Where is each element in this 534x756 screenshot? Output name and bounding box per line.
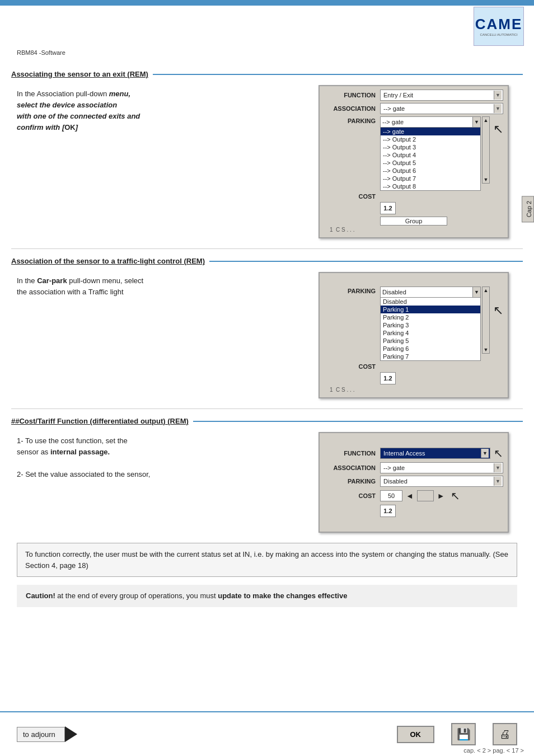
dialog3-parking-select[interactable]: Disabled ▼ [380, 476, 503, 487]
dropdown-arrow-icon5: ▼ [494, 463, 502, 472]
list-item[interactable]: --> Output 6 [381, 167, 480, 175]
section2-ui: PARKING Disabled ▼ Disabled Parking 1 [310, 272, 517, 398]
adjourn-label: to adjourn [23, 730, 55, 739]
section2-dialog: PARKING Disabled ▼ Disabled Parking 1 [318, 272, 509, 398]
cap-tab: Cap 2 [522, 196, 534, 222]
adjourn-arrow-icon [65, 726, 77, 742]
scroll-up-icon2[interactable]: ▲ [484, 288, 489, 293]
cursor-arrow-icon4: ↖ [451, 489, 460, 503]
scrollbar2[interactable]: ▲ ▼ [482, 287, 490, 354]
dialog3-bottom [324, 519, 503, 527]
dialog2-id-control: 1.2 [380, 372, 503, 384]
dialog2-id-value: 1.2 [380, 372, 396, 384]
dialog3-assoc-label: ASSOCIATION [324, 464, 380, 471]
print-icon-button[interactable]: 🖨 [493, 723, 517, 745]
list-item[interactable]: --> Output 7 [381, 175, 480, 182]
info-box-text: To function correctly, the user must be … [25, 550, 508, 570]
dialog2-parking-control[interactable]: Disabled ▼ Disabled Parking 1 Parking 2 … [380, 287, 503, 361]
dialog3-function-control[interactable]: Internal Access ▼ ↖ [380, 447, 503, 460]
list-item[interactable]: --> Output 4 [381, 151, 480, 159]
section1-wrapper: Associating the sensor to an exit (REM) … [0, 70, 534, 238]
dialog3-function-select[interactable]: Internal Access ▼ [380, 448, 490, 459]
list-item[interactable]: Parking 5 [381, 337, 480, 345]
section2-header: Association of the sensor to a traffic-l… [11, 257, 523, 265]
list-item[interactable]: --> Output 5 [381, 159, 480, 167]
dialog2-parking-list[interactable]: Disabled Parking 1 Parking 2 Parking 3 P… [380, 298, 481, 361]
section1-header: Associating the sensor to an exit (REM) [11, 70, 523, 78]
dialog3-top [324, 436, 503, 444]
dialog1-parking-header[interactable]: --> gate ▼ [380, 116, 481, 128]
dialog1-function-select[interactable]: Entry / Exit ▼ [380, 90, 503, 101]
dropdown-arrow-icon4: ▼ [481, 449, 489, 458]
ok-button[interactable]: OK [397, 726, 435, 743]
section1-text: In the Association pull-down menu, selec… [17, 85, 299, 238]
dialog1-cost-empty [380, 195, 386, 198]
section3-dialog: FUNCTION Internal Access ▼ ↖ ASSOCIATION [318, 432, 509, 533]
dialog3-cost-spinner[interactable]: 50 ◄ ► [380, 490, 447, 501]
list-item[interactable]: Parking 6 [381, 345, 480, 353]
product-label: RBM84 -Software [17, 49, 65, 56]
dialog1-bottom-hint: 1 C S . . . [324, 227, 503, 233]
dialog2-parking-label: PARKING [324, 287, 380, 294]
dialog2-parking-header[interactable]: Disabled ▼ [380, 287, 481, 298]
list-item[interactable]: --> Output 2 [381, 135, 480, 143]
dialog1-group-row: Group [324, 217, 503, 226]
dialog2-top [324, 276, 503, 284]
spinner-left-icon[interactable]: ◄ [404, 491, 416, 500]
info-box: To function correctly, the user must be … [17, 543, 517, 577]
dialog3-assoc-row: ASSOCIATION --> gate ▼ [324, 462, 503, 473]
dialog3-parking-control[interactable]: Disabled ▼ [380, 476, 503, 487]
dialog3-cost-control[interactable]: 50 ◄ ► ↖ [380, 489, 503, 503]
dialog3-parking-value: Disabled [382, 478, 407, 485]
section1-line [153, 74, 523, 75]
list-item[interactable]: --> gate [381, 128, 480, 135]
dialog1-group-label: Group [380, 217, 447, 226]
section3-line [193, 421, 523, 422]
cursor-arrow-icon: ↖ [493, 122, 503, 137]
list-item[interactable]: Parking 2 [381, 313, 480, 321]
section2-line [209, 261, 523, 262]
list-item[interactable]: Parking 1 [381, 306, 480, 313]
dialog3-parking-label: PARKING [324, 478, 380, 485]
section2-wrapper: Association of the sensor to a traffic-l… [0, 257, 534, 398]
dialog2-parking-row: PARKING Disabled ▼ Disabled Parking 1 [324, 287, 503, 361]
dialog1-parking-header-value: --> gate [382, 119, 404, 125]
spinner-right-icon[interactable]: ► [435, 491, 447, 500]
dialog1-assoc-select[interactable]: --> gate ▼ [380, 103, 503, 114]
dialog1-parking-dropdown-wrapper[interactable]: --> gate ▼ --> gate --> Output 2 --> Out… [380, 116, 481, 191]
dropdown-arrow-icon: ▼ [494, 104, 502, 113]
dialog1-cost-row: COST [324, 193, 503, 200]
list-item[interactable]: Parking 3 [381, 321, 480, 329]
section3-wrapper: ##Cost/Tariff Function (differentiated o… [0, 417, 534, 533]
dialog1-function-value: Entry / Exit [382, 92, 413, 98]
list-item[interactable]: --> Output 3 [381, 143, 480, 151]
dialog3-function-value: Internal Access [382, 450, 425, 457]
dialog3-assoc-select[interactable]: --> gate ▼ [380, 462, 503, 473]
caution-label: Caution! [26, 591, 55, 600]
logo-area: CAME CANCELLI AUTOMATICI [474, 7, 524, 46]
divider2 [11, 408, 523, 409]
dialog3-cost-value: 50 [380, 490, 402, 501]
scroll-up-icon[interactable]: ▲ [484, 118, 489, 123]
dialog1-parking-control[interactable]: --> gate ▼ --> gate --> Output 2 --> Out… [380, 116, 503, 191]
dropdown-arrow-icon: ▼ [494, 91, 502, 100]
section1-dialog: FUNCTION Entry / Exit ▼ ASSOCIATION [318, 85, 509, 238]
came-logo: CAME CANCELLI AUTOMATICI [474, 7, 524, 46]
dialog1-parking-list[interactable]: --> gate --> Output 2 --> Output 3 --> O… [380, 128, 481, 191]
dialog2-parking-dropdown-wrapper[interactable]: Disabled ▼ Disabled Parking 1 Parking 2 … [380, 287, 481, 361]
caution-box: Caution! at the end of every group of op… [17, 585, 517, 607]
list-item[interactable]: Parking 7 [381, 353, 480, 360]
list-item[interactable]: Parking 4 [381, 329, 480, 337]
scroll-down-icon2[interactable]: ▼ [484, 347, 489, 353]
scroll-down-icon[interactable]: ▼ [484, 177, 489, 182]
dialog1-assoc-label: ASSOCIATION [324, 105, 380, 112]
dialog1-assoc-control[interactable]: --> gate ▼ [380, 103, 503, 114]
section3-text: 1- To use the cost function, set the sen… [17, 432, 299, 533]
scrollbar[interactable]: ▲ ▼ [482, 116, 490, 184]
list-item[interactable]: Disabled [381, 298, 480, 306]
dialog3-assoc-control[interactable]: --> gate ▼ [380, 462, 503, 473]
adjourn-button[interactable]: to adjourn [17, 727, 65, 742]
dialog1-function-control[interactable]: Entry / Exit ▼ [380, 90, 503, 101]
save-icon-button[interactable]: 💾 [451, 723, 476, 745]
list-item[interactable]: --> Output 8 [381, 182, 480, 190]
